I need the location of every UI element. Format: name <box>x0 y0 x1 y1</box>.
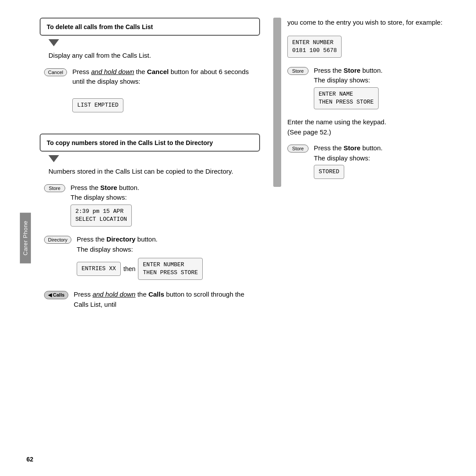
section2-title: To copy numbers stored in the Calls List… <box>47 139 213 146</box>
directory-button-label: Directory <box>44 236 71 244</box>
then-label: then <box>123 264 135 274</box>
store-btn-icon-right-2: Store <box>287 144 309 152</box>
cancel-bold: Cancel <box>147 68 169 75</box>
store-bold-right-1: Store <box>344 67 361 74</box>
section1-intro: Display any call from the Calls List. <box>48 51 260 61</box>
store-button-label-right-2: Store <box>287 145 309 152</box>
and-hold-1: and hold down <box>91 68 134 75</box>
section2-box: To copy numbers stored in the Calls List… <box>40 134 260 152</box>
and-hold-2: and hold down <box>93 290 136 298</box>
stored-display: STORED <box>314 165 344 179</box>
gray-bar <box>273 18 281 187</box>
enter-name-display: ENTER NAMETHEN PRESS STORE <box>314 87 379 109</box>
select-location-display: 2:39 pm 15 APRSELECT LOCATION <box>71 205 132 227</box>
entries-xx-display: ENTRIES XX <box>77 262 121 276</box>
cancel-btn-icon: Cancel <box>44 68 67 76</box>
store-btn-icon-right-1: Store <box>287 67 309 75</box>
list-emptied-display: LIST EMPTIED <box>72 98 123 112</box>
enter-number-example-display: ENTER NUMBER0181 100 5678 <box>287 36 342 58</box>
calls-bold: Calls <box>149 290 164 298</box>
right-inner: you come to the entry you wish to store,… <box>273 18 454 187</box>
section1-title: To delete all calls from the Calls List <box>47 23 153 30</box>
section2-step1-text: Press the Store button. The display show… <box>71 183 139 228</box>
side-tab: Carer Phone <box>20 212 31 263</box>
section1-arrow <box>48 39 59 46</box>
section2-step1: Store Press the Store button. The displa… <box>44 183 260 228</box>
section2-arrow <box>48 155 59 162</box>
section2-step3: ◀ Calls Press and hold down the Calls bu… <box>44 290 260 309</box>
right-step2-text: Press the Store button. The display show… <box>314 143 383 181</box>
store-btn-icon-1: Store <box>44 184 65 192</box>
section2-step3-text: Press and hold down the Calls button to … <box>74 290 260 309</box>
calls-btn-icon: ◀ Calls <box>44 290 68 299</box>
store-bold-1: Store <box>100 184 117 191</box>
section2-intro: Numbers stored in the Calls List can be … <box>48 167 260 177</box>
directory-btn-icon: Directory <box>44 235 71 244</box>
page-number: 62 <box>26 456 33 463</box>
right-intro: you come to the entry you wish to store,… <box>287 18 454 28</box>
section1-step1-text: Press and hold down the Cancel button fo… <box>72 67 260 115</box>
section1-box: To delete all calls from the Calls List <box>40 18 260 36</box>
right-step2: Store Press the Store button. The displa… <box>287 143 454 181</box>
left-column: To delete all calls from the Calls List … <box>40 18 269 458</box>
right-step1-text: Press the Store button. The display show… <box>314 66 383 111</box>
right-step-text-content: Enter the name using the keypad.(See pag… <box>287 117 386 137</box>
right-steps-col: you come to the entry you wish to store,… <box>287 18 454 187</box>
section1-steps: Display any call from the Calls List. Ca… <box>40 51 260 114</box>
right-step-text: Enter the name using the keypad.(See pag… <box>287 117 454 137</box>
section2-steps: Numbers stored in the Calls List can be … <box>40 167 260 309</box>
right-step1: Store Press the Store button. The displa… <box>287 66 454 111</box>
calls-button-label: ◀ Calls <box>44 291 68 299</box>
section2-step2: Directory Press the Directory button. Th… <box>44 234 260 283</box>
section2-step2-text: Press the Directory button. The display … <box>77 234 203 283</box>
directory-bold: Directory <box>107 235 136 243</box>
cancel-button-label: Cancel <box>44 68 67 76</box>
store-button-label-1: Store <box>44 184 65 192</box>
store-button-label-right-1: Store <box>287 67 309 75</box>
store-bold-right-2: Store <box>344 144 361 152</box>
right-column: you come to the entry you wish to store,… <box>269 18 454 458</box>
enter-number-example: ENTER NUMBER0181 100 5678 <box>287 34 454 60</box>
section1-step1: Cancel Press and hold down the Cancel bu… <box>44 67 260 115</box>
directory-displays-row: ENTRIES XX then ENTER NUMBERTHEN PRESS S… <box>77 256 203 282</box>
enter-number-store-display: ENTER NUMBERTHEN PRESS STORE <box>138 258 203 280</box>
